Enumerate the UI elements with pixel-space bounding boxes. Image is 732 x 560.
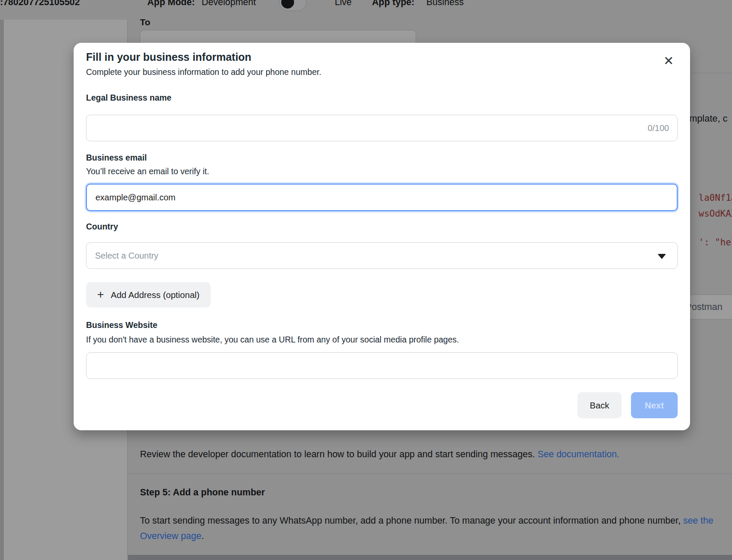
legal-business-name-input[interactable] [86,115,678,141]
back-button[interactable]: Back [577,392,622,418]
business-website-label: Business Website [86,320,678,330]
legal-business-name-label: Legal Business name [86,92,678,103]
country-label: Country [86,221,678,232]
screen: :780207725105502 App Mode: Development L… [0,0,732,560]
business-info-dialog: ✕ Fill in your business information Comp… [74,43,690,430]
business-email-helper: You’ll receive an email to verify it. [86,166,678,176]
char-counter: 0/100 [648,123,669,133]
add-address-label: Add Address (optional) [111,290,199,300]
next-button[interactable]: Next [631,392,678,418]
add-address-button[interactable]: + Add Address (optional) [86,282,211,307]
legal-business-name-row: 0/100 [86,115,678,141]
close-icon: ✕ [664,54,674,68]
business-email-input[interactable] [86,184,678,211]
dialog-footer: Back Next [86,392,678,418]
business-email-row [86,184,678,211]
business-website-row [86,352,678,379]
business-email-label: Business email [86,152,678,163]
chevron-down-icon [658,254,666,259]
country-placeholder: Select a Country [95,251,158,261]
dialog-subtitle: Complete your business information to ad… [86,67,678,77]
close-button[interactable]: ✕ [661,53,676,69]
business-website-helper: If you don't have a business website, yo… [86,334,678,345]
country-select[interactable]: Select a Country [86,242,678,269]
plus-icon: + [97,289,104,301]
business-website-input[interactable] [86,352,678,379]
dialog-title: Fill in your business information [86,51,678,63]
